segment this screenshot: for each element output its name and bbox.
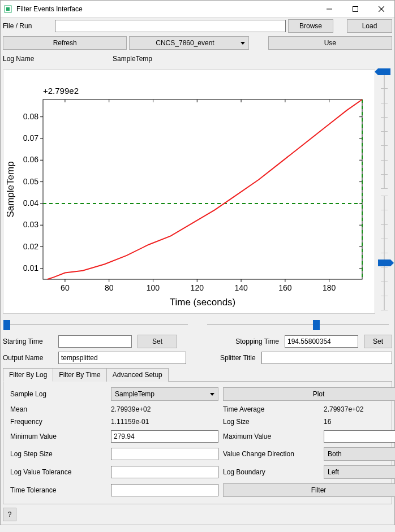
tab-filter-by-time[interactable]: Filter By Time (53, 368, 106, 382)
plot-area: +2.799e20.010.020.030.040.050.060.070.08… (1, 68, 394, 316)
svg-text:0.05: 0.05 (23, 177, 38, 186)
y-max-slider[interactable] (376, 71, 392, 192)
plot-button[interactable]: Plot (223, 387, 395, 401)
svg-text:140: 140 (234, 283, 248, 292)
horizontal-sliders (1, 316, 394, 333)
stopping-time-input[interactable] (285, 335, 358, 348)
log-value-tolerance-input[interactable] (111, 466, 218, 478)
tab-filter-by-log[interactable]: Filter By Log (3, 368, 53, 382)
svg-rect-7 (43, 100, 362, 279)
time-average-label: Time Average (223, 405, 319, 413)
svg-text:0.08: 0.08 (23, 112, 38, 121)
load-button[interactable]: Load (347, 19, 392, 33)
log-name-value: SampleTemp (113, 55, 152, 63)
window: Filter Events Interface File / Run Brows… (0, 0, 395, 525)
output-name-input[interactable] (58, 352, 186, 364)
log-name-row: Log Name SampleTemp (1, 51, 394, 68)
chevron-down-icon (241, 42, 245, 45)
log-boundary-value: Left (328, 468, 395, 476)
chart: +2.799e20.010.020.030.040.050.060.070.08… (3, 70, 373, 313)
svg-text:0.01: 0.01 (23, 263, 38, 273)
log-step-size-input[interactable] (111, 448, 218, 460)
close-button[interactable] (368, 1, 394, 18)
titlebar: Filter Events Interface (1, 1, 394, 18)
svg-text:160: 160 (278, 283, 292, 292)
file-run-input[interactable] (55, 20, 286, 32)
mean-value: 2.79939e+02 (111, 405, 218, 413)
minimum-value-input[interactable] (111, 430, 218, 443)
svg-text:Time (seconds): Time (seconds) (170, 297, 236, 308)
time-tolerance-input[interactable] (111, 484, 218, 496)
value-change-direction-value: Both (328, 450, 395, 458)
svg-text:120: 120 (191, 283, 204, 292)
y-min-thumb[interactable] (378, 259, 390, 266)
splitter-title-input[interactable] (261, 352, 392, 364)
tab-advanced-setup[interactable]: Advanced Setup (106, 368, 169, 382)
sample-log-value: SampleTemp (115, 390, 207, 398)
log-boundary-label: Log Boundary (223, 468, 319, 476)
app-icon (4, 5, 12, 13)
file-run-label: File / Run (3, 22, 53, 30)
browse-button[interactable]: Browse (288, 19, 333, 33)
x-max-thumb[interactable] (313, 320, 320, 330)
svg-text:60: 60 (61, 283, 70, 292)
filter-button[interactable]: Filter (223, 483, 395, 497)
refresh-button[interactable]: Refresh (3, 36, 127, 50)
log-boundary-select[interactable]: Left (324, 465, 395, 479)
minimum-value-label: Minimum Value (10, 432, 106, 440)
chevron-down-icon (210, 393, 214, 396)
minimize-button[interactable] (316, 1, 342, 18)
x-min-slider[interactable] (5, 318, 189, 331)
splitter-title-label: Splitter Title (220, 354, 256, 362)
plot-panel: +2.799e20.010.020.030.040.050.060.070.08… (3, 70, 375, 314)
help-button[interactable]: ? (3, 508, 16, 521)
frequency-value: 1.11159e-01 (111, 418, 218, 426)
output-row: Output Name Splitter Title (1, 350, 394, 366)
time-tolerance-label: Time Tolerance (10, 486, 106, 494)
set-stop-button[interactable]: Set (364, 335, 392, 348)
starting-time-input[interactable] (58, 335, 132, 348)
svg-text:0.02: 0.02 (23, 242, 38, 251)
time-row: Starting Time Set Stopping Time Set (1, 333, 394, 350)
y-min-slider[interactable] (376, 192, 392, 314)
maximize-button[interactable] (342, 1, 368, 18)
starting-time-label: Starting Time (3, 338, 53, 345)
maximum-value-label: Maximum Value (223, 432, 319, 440)
y-max-thumb[interactable] (378, 68, 390, 75)
file-run-row: File / Run Browse Load (1, 18, 394, 34)
log-value-tolerance-label: Log Value Tolerance (10, 468, 106, 476)
log-name-label: Log Name (3, 55, 110, 63)
vertical-sliders (376, 70, 392, 314)
tabs: Filter By Log Filter By Time Advanced Se… (3, 368, 392, 504)
svg-text:0.03: 0.03 (23, 220, 38, 229)
x-min-thumb[interactable] (3, 320, 10, 330)
svg-text:180: 180 (323, 283, 336, 292)
svg-text:0.04: 0.04 (23, 198, 38, 207)
svg-text:0.07: 0.07 (23, 133, 38, 142)
footer: ? (1, 504, 394, 525)
svg-text:+2.799e2: +2.799e2 (43, 86, 79, 96)
svg-text:SampleTemp: SampleTemp (5, 161, 16, 217)
mean-label: Mean (10, 405, 106, 413)
tab-page-filter-by-log: Sample Log SampleTemp Plot Mean 2.79939e… (3, 381, 392, 504)
svg-text:0.06: 0.06 (23, 155, 38, 164)
svg-text:100: 100 (147, 283, 160, 292)
window-title: Filter Events Interface (15, 5, 83, 13)
maximum-value-input[interactable] (324, 430, 395, 443)
event-select[interactable]: CNCS_7860_event (129, 36, 248, 50)
log-step-size-label: Log Step Size (10, 450, 106, 458)
log-size-value: 16 (324, 418, 395, 426)
output-name-label: Output Name (3, 354, 53, 362)
tab-bar: Filter By Log Filter By Time Advanced Se… (3, 368, 392, 382)
log-size-label: Log Size (223, 418, 319, 426)
x-max-slider[interactable] (206, 318, 390, 331)
value-change-direction-label: Value Change Direction (223, 450, 319, 458)
use-button[interactable]: Use (268, 36, 392, 50)
time-average-value: 2.79937e+02 (324, 405, 395, 413)
sample-log-label: Sample Log (10, 390, 106, 398)
set-start-button[interactable]: Set (138, 335, 177, 348)
value-change-direction-select[interactable]: Both (324, 447, 395, 461)
refresh-row: Refresh CNCS_7860_event Use (1, 34, 394, 51)
svg-text:80: 80 (105, 283, 114, 292)
sample-log-select[interactable]: SampleTemp (111, 387, 218, 401)
